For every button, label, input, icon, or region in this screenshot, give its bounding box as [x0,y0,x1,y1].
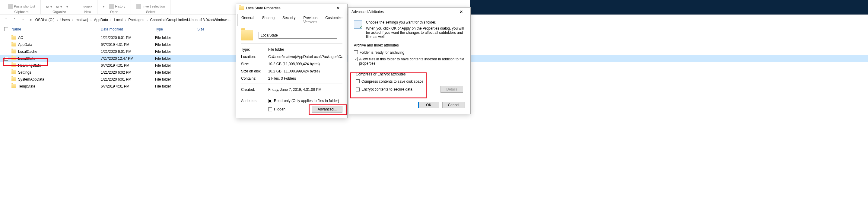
ribbon-group-select: Select [146,10,155,13]
tab-sharing[interactable]: Sharing [258,14,278,26]
paste-icon [8,4,13,9]
date-modified: 1/21/2020 6:01 PM [101,77,155,82]
crumb-local[interactable]: Local [113,17,124,23]
properties-tabs: General Sharing Security Previous Versio… [236,13,347,26]
ribbon-group-open: Open [110,10,118,13]
column-type[interactable]: Type [155,27,197,32]
folder-name: LocalState [18,56,35,61]
nav-up[interactable]: ↑ [20,17,26,23]
crumb-package[interactable]: CanonicalGroupLimited.Ubuntu18.04onWindo… [149,17,233,23]
column-date[interactable]: Date modified [101,27,155,32]
folder-icon [11,63,16,67]
folder-icon [239,6,244,10]
breadcrumb[interactable]: « OSDisk (C:)› Users› mattwoj› AppData› … [28,17,232,23]
crumb-packages[interactable]: Packages [127,17,146,23]
date-modified: 1/21/2020 6:01 PM [101,50,155,54]
folder-name: RoamingState [18,63,41,68]
file-type: File folder [155,42,197,47]
move-to-button[interactable]: to ▾ [46,5,52,9]
date-modified: 6/7/2019 4:31 PM [101,63,155,68]
ok-button[interactable]: OK [418,102,439,108]
ribbon-group-clipboard: Clipboard [14,10,29,13]
compress-section-label: Compress or Encrypt attributes [356,72,463,76]
properties-dialog: LocalState Properties ✕ General Sharing … [236,4,347,118]
folder-icon [11,36,16,39]
folder-name: AC [18,36,23,40]
folder-icon [11,70,16,74]
adv-dialog-title: Advanced Attributes [351,10,384,14]
sizeondisk-value: 10.2 GB (11,008,999,424 bytes) [268,69,342,73]
select-all-checkbox[interactable] [4,27,8,31]
advanced-button[interactable]: Advanced... [312,106,342,113]
contains-value: 2 Files, 3 Folders [268,76,342,81]
file-type: File folder [155,70,197,74]
nav-dropdown[interactable]: ˅ [11,17,18,23]
tab-security[interactable]: Security [278,14,299,26]
archive-section-label: Archive and Index attributes [354,43,465,48]
hidden-checkbox[interactable] [268,107,272,112]
created-value: Friday, June 7, 2019, 4:31:08 PM [268,88,342,92]
up-button[interactable]: ˄ [3,17,9,23]
folder-icon [11,84,16,88]
ribbon-group-new: New [84,10,91,13]
folder-icon [11,77,16,81]
history-button[interactable]: History [109,4,125,9]
date-modified: 6/7/2019 4:31 PM [101,84,155,88]
date-modified: 7/27/2020 12:47 PM [101,56,155,61]
invert-selection-button[interactable]: Invert selection [136,4,165,9]
readonly-checkbox[interactable] [268,99,272,103]
folder-name: TempState [18,84,35,88]
details-button: Details [440,86,463,93]
adv-close-button[interactable]: ✕ [455,9,467,14]
file-type: File folder [155,63,197,68]
tab-customize[interactable]: Customize [321,14,346,26]
folder-name: AppData [18,42,32,47]
close-button[interactable]: ✕ [332,6,344,10]
file-type: File folder [155,36,197,40]
allow-index-checkbox[interactable] [354,57,358,61]
folder-icon [11,56,16,60]
date-modified: 1/21/2020 6:01 PM [101,36,155,40]
folder-icon [11,50,16,54]
compress-checkbox[interactable] [356,80,360,83]
file-type: File folder [155,77,197,82]
history-icon [109,4,114,9]
date-modified: 6/7/2019 4:31 PM [101,42,155,47]
folder-icon [11,42,16,46]
column-size[interactable]: Size [197,27,227,32]
row-checkbox[interactable] [4,57,8,61]
big-folder-icon [241,30,253,40]
location-value: C:\Users\mattwoj\AppData\Local\Packages\… [268,55,342,59]
tab-previous[interactable]: Previous Versions [299,14,321,26]
type-value: File folder [268,48,342,52]
advanced-attributes-dialog: Advanced Attributes ✕ Choose the setting… [348,7,471,114]
folder-name: SystemAppData [18,77,44,82]
file-type: File folder [155,50,197,54]
paste-shortcut-button[interactable]: Paste shortcut [8,4,35,9]
invert-icon [136,4,141,9]
encrypt-checkbox[interactable] [356,88,360,91]
attributes-icon [354,20,362,29]
delete-button[interactable]: ▾ [66,5,68,9]
folder-name-input[interactable] [258,32,337,39]
cancel-button[interactable]: Cancel [442,102,465,108]
folder-name: LocalCache [18,50,37,54]
crumb-osdisk[interactable]: OSDisk (C:) [34,17,56,23]
date-modified: 1/21/2020 6:02 PM [101,70,155,74]
folder-name: Settings [18,70,31,74]
crumb-user[interactable]: mattwoj [74,17,89,23]
archive-ready-checkbox[interactable] [354,51,358,54]
copy-to-button[interactable]: to ▾ [56,5,62,9]
properties-button[interactable]: ▾ [103,4,105,8]
crumb-users[interactable]: Users [59,17,71,23]
file-type: File folder [155,56,197,61]
new-folder-button[interactable]: folder [84,5,92,9]
size-value: 10.2 GB (11,008,999,424 bytes) [268,62,342,66]
ribbon-group-organize: Organize [53,10,66,13]
tab-general[interactable]: General [238,14,258,26]
dialog-title: LocalState Properties [246,6,281,10]
crumb-appdata[interactable]: AppData [93,17,109,23]
file-type: File folder [155,84,197,88]
column-name[interactable]: Name [10,27,101,32]
